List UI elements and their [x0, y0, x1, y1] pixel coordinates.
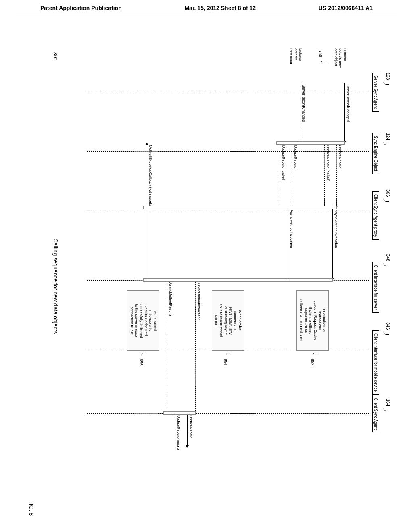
message-arrow-5: [292, 143, 292, 208]
message-arrow-3: [332, 208, 333, 280]
message-label-9: UpdateRecord: [189, 415, 193, 438]
lifeline-p6: [87, 413, 369, 414]
ref-p1: 128: [386, 73, 390, 80]
participant-p1: Server Sync Agent: [372, 73, 379, 112]
message-arrow-11: [175, 413, 175, 447]
note-box-2: results stored in device side Results Ca…: [127, 290, 159, 351]
ref-p6: 164: [386, 399, 390, 406]
diagram-area: Server Sync Agent128Sync Engine Object12…: [20, 48, 383, 524]
message-label-5: UpdateRecord: [294, 145, 298, 168]
message-arrow-0: [344, 83, 345, 143]
message-arrow-1: [336, 143, 337, 208]
message-arrow-10: [167, 280, 167, 413]
participant-p4: Client interface for server: [372, 262, 379, 313]
ref-750: 750: [318, 50, 323, 57]
figure-caption: Calling sequence for new data objects: [52, 48, 59, 524]
activation-1: [143, 206, 337, 209]
figure-label: FIG. 8: [28, 500, 35, 516]
message-label-3: AsyncMethodInvocation: [334, 210, 338, 248]
message-arrow-9: [187, 413, 188, 447]
message-label-8: AsyncMethodInvocation: [197, 282, 201, 321]
message-arrow-8: [195, 280, 196, 413]
note-ref-0: 852: [310, 359, 315, 366]
activation-2: [143, 278, 333, 282]
message-label-2: UpdateRecord (called): [326, 145, 330, 181]
activation-0: [276, 141, 345, 145]
message-arrow-4: [300, 83, 300, 143]
participant-p6: Client Sync Agent: [372, 395, 379, 432]
note-box-0: information for method call saved in Req…: [296, 290, 329, 351]
note-box-1: When device connects to server again, an…: [212, 290, 244, 351]
ref-p5: 346: [386, 322, 390, 330]
message-arrow-2: [324, 143, 325, 208]
participant-p2: Sync Engine Object: [372, 133, 379, 174]
message-label-12: MethodExecutedCallback (with results): [148, 145, 152, 208]
message-arrow-12: [147, 143, 147, 280]
header-left: Patent Application Publication: [40, 5, 122, 11]
side-note-1: Listener detects new email: [290, 48, 302, 65]
message-label-0: ServerRecordChanged: [346, 85, 350, 122]
sequence-number: 800: [52, 52, 58, 60]
header-center: Mar. 15, 2012 Sheet 8 of 12: [184, 5, 256, 11]
page-header: Patent Application Publication Mar. 15, …: [16, 0, 397, 15]
message-label-10: AsyncMethodResults: [169, 282, 173, 316]
ref-p4: 348: [386, 254, 390, 261]
header-right: US 2012/0066411 A1: [319, 5, 373, 11]
message-label-1: UpdateRecord: [338, 145, 342, 168]
message-label-4: ServerRecordChanged: [302, 85, 306, 122]
participant-p5: Client interface for mobile device: [372, 330, 379, 395]
message-label-11: UpdateRecord(results): [177, 415, 181, 452]
activation-3: [163, 411, 196, 415]
lifeline-p1: [87, 91, 369, 91]
message-label-7: AsyncMethodInvocation: [290, 210, 294, 248]
message-label-6: UpdateRecord (called): [282, 145, 286, 181]
message-arrow-6: [280, 143, 280, 208]
note-ref-1: 854: [223, 359, 228, 366]
participant-p3: Client Sync Agent proxy: [372, 191, 379, 240]
ref-p2: 124: [386, 133, 390, 140]
message-arrow-7: [288, 208, 288, 280]
lifeline-p3: [87, 210, 369, 210]
side-note-0: Listener detects new data object: [334, 48, 347, 68]
ref-p3: 366: [386, 189, 390, 197]
note-ref-2: 856: [139, 359, 143, 366]
